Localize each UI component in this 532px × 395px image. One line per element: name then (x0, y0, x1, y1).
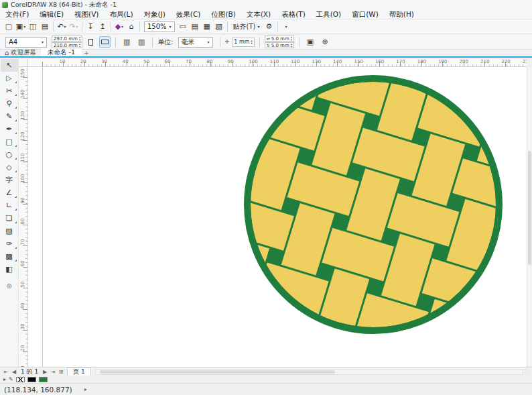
duplicate-distance-x-field[interactable]: ⇄ 5.0 mm ▴▾ (265, 36, 294, 42)
duplicate-distance-y-field[interactable]: ⇅ 5.0 mm ▴▾ (265, 42, 294, 48)
menu-item[interactable]: 表格(T) (276, 10, 311, 19)
nudge-offset-field[interactable]: 1 mm ▴▾ (232, 38, 254, 47)
color-swatch-green[interactable] (39, 377, 48, 382)
menu-item[interactable]: 帮助(H) (384, 10, 419, 19)
current-page-size-button[interactable]: ▥ (121, 36, 133, 48)
ruler-number: 90 (20, 196, 25, 205)
vertical-ruler[interactable]: 150140130120110100908070605040302010 (19, 67, 28, 367)
vertical-scrollbar[interactable] (527, 67, 532, 367)
color-eyedropper-tool[interactable]: ✑ (1, 237, 18, 250)
color-swatch-black[interactable] (27, 377, 36, 382)
all-pages-size-button[interactable]: ▥ (135, 36, 147, 48)
woven-circle-drawing[interactable] (243, 74, 504, 335)
show-guidelines-button[interactable]: ▧ (213, 21, 225, 33)
shape-tool[interactable]: ▷ (1, 72, 18, 84)
toolbar-separator (299, 37, 300, 47)
redo-button[interactable]: ↷▾ (68, 21, 80, 33)
application-launcher-button[interactable]: ◆▾ (113, 21, 125, 33)
zoom-tool[interactable]: ⚲ (1, 97, 18, 110)
horizontal-scrollbar-thumb[interactable] (100, 370, 334, 374)
menu-item[interactable]: 窗口(W) (346, 10, 384, 19)
export-button[interactable]: ↥ (96, 21, 109, 33)
menu-item[interactable]: 编辑(E) (34, 10, 69, 19)
snap-to-button[interactable]: 贴齐(T) ▾ (230, 21, 263, 33)
polygon-tool[interactable]: ◇ (1, 161, 18, 174)
open-button[interactable]: ▣▾ (15, 21, 27, 33)
ellipse-tool[interactable]: ○ (1, 148, 18, 161)
text-tool[interactable]: 字 (1, 174, 18, 186)
color-swatch-no-color[interactable] (16, 377, 25, 382)
stepper-icons[interactable]: ▴▾ (79, 36, 80, 42)
print-button[interactable]: ▤ (39, 21, 51, 33)
import-button[interactable]: ↧ (84, 21, 96, 33)
show-grid-button[interactable]: ▦ (201, 21, 213, 33)
parallel-dimension-tool[interactable]: ∠ (1, 186, 18, 199)
zoom-level-combo[interactable]: 150% ▾ (144, 21, 175, 32)
rectangle-tool[interactable]: □ (1, 135, 18, 148)
menu-item[interactable]: 效果(C) (171, 10, 206, 19)
drawing-canvas[interactable] (28, 67, 527, 367)
welcome-screen-button[interactable]: ⌂ (125, 21, 137, 33)
menu-item[interactable]: 文件(F) (0, 10, 34, 19)
menu-bar: 文件(F)编辑(E)视图(V)布局(L)对象(J)效果(C)位图(B)文本(X)… (0, 10, 532, 19)
ruler-number: 110 (270, 59, 279, 64)
previous-page-button[interactable]: ◀ (10, 368, 18, 376)
horizontal-scrollbar[interactable] (95, 369, 523, 375)
artistic-media-tool[interactable]: ✒ (1, 123, 18, 135)
menu-item[interactable]: 布局(L) (104, 10, 138, 19)
interactive-fill-tool[interactable]: ▩ (1, 250, 18, 263)
new-document-button[interactable]: ▢ (3, 21, 15, 33)
horizontal-ruler[interactable]: 1020304050607080901001101201301401501601… (28, 59, 527, 67)
weave-plank (350, 334, 404, 335)
add-page-icon[interactable]: ⊞ (57, 368, 65, 376)
page-1-tab[interactable]: 页 1 (67, 368, 91, 376)
menu-item[interactable]: 位图(B) (206, 10, 241, 19)
page-width-field[interactable]: 297.0 mm ▴▾ (52, 36, 82, 42)
stepper-icons[interactable]: ▴▾ (251, 40, 252, 45)
units-combo[interactable]: 毫米 ▾ (178, 37, 213, 48)
weave-plank (481, 264, 504, 335)
stepper-icons[interactable]: ▴▾ (79, 43, 80, 48)
vertical-scrollbar-thumb[interactable] (528, 151, 531, 265)
page-border-button[interactable]: ▣ (304, 36, 316, 48)
menu-item[interactable]: 视图(V) (69, 10, 104, 19)
transparency-tool[interactable]: ▨ (1, 225, 18, 237)
next-page-button[interactable]: ▶ (41, 368, 49, 376)
quick-customize-button[interactable]: ⊕ (1, 280, 18, 292)
menu-item[interactable]: 对象(J) (139, 10, 171, 19)
full-screen-preview-button[interactable]: ▭ (177, 21, 189, 33)
ruler-origin[interactable] (19, 59, 28, 67)
palette-flyout-icon[interactable]: ▸ (3, 376, 6, 382)
crop-tool[interactable]: ✂ (1, 84, 18, 97)
portrait-button[interactable] (85, 36, 96, 48)
menu-item[interactable]: 工具(O) (311, 10, 346, 19)
first-page-button[interactable]: ⇤ (2, 368, 10, 376)
stepper-icons[interactable]: ▴▾ (291, 43, 292, 48)
quick-customize-propbar-button[interactable]: ⊕ (319, 36, 331, 48)
options-button[interactable]: ⚙ (263, 21, 275, 33)
landscape-button[interactable] (99, 36, 111, 48)
menu-item[interactable]: 文本(X) (241, 10, 276, 19)
page-size-preset-combo[interactable]: A4 ▾ (5, 37, 47, 48)
last-page-button[interactable]: ⇥ (49, 368, 57, 376)
freehand-tool[interactable]: ✎ (1, 110, 18, 123)
toolbar-separator (152, 37, 153, 47)
drop-shadow-tool[interactable]: ❏ (1, 212, 18, 225)
document-tab-bar: ⌂ 欢迎屏幕 未命名 -1 + (0, 50, 532, 58)
show-rulers-button[interactable]: ▤ (189, 21, 201, 33)
document-tab[interactable]: 未命名 -1 (41, 48, 82, 56)
smart-fill-tool[interactable]: ◧ (1, 263, 18, 276)
undo-button[interactable]: ↶▾ (56, 21, 68, 33)
welcome-screen-tab[interactable]: ⌂ 欢迎屏幕 (0, 48, 41, 56)
stepper-icons[interactable]: ▴▾ (291, 36, 292, 42)
connector-tool[interactable]: ∟ (1, 199, 18, 212)
status-expander-icon[interactable]: ▸ (84, 386, 87, 392)
save-button[interactable]: ◫ (27, 21, 39, 33)
snap-to-label: 贴齐(T) (233, 22, 256, 32)
ruler-number: 210 (480, 59, 489, 64)
ruler-number: 30 (20, 323, 25, 331)
new-tab-button[interactable]: + (82, 48, 91, 56)
pick-tool[interactable]: ↖ (1, 59, 18, 72)
current-page-icon: ▥ (123, 38, 130, 46)
toolbar-overflow-button[interactable]: ▾ (280, 21, 292, 33)
